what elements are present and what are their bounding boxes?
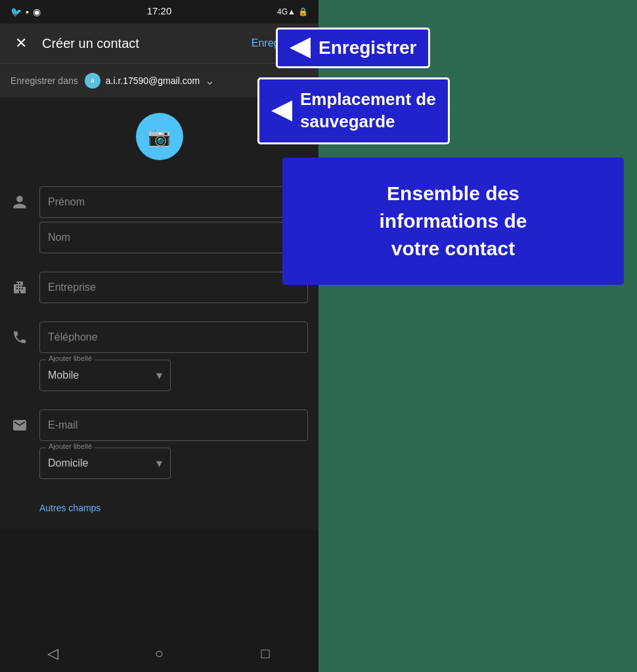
name-fields-group — [39, 186, 308, 253]
annotation-enregistrer-text: Enregistrer — [318, 37, 416, 58]
battery-icon: 🔒 — [298, 7, 308, 16]
phone-input[interactable] — [39, 322, 308, 353]
email-icon — [11, 417, 29, 433]
recents-button[interactable]: □ — [246, 640, 285, 667]
annotation-emplacement: Emplacement desauvegarde — [257, 77, 450, 144]
account-avatar: a — [85, 73, 100, 89]
phone-label-container: Ajouter libellé Mobile ▾ — [39, 360, 308, 391]
status-right: 4G▲ 🔒 — [277, 7, 308, 16]
email-section: Ajouter libellé Domicile ▾ — [0, 404, 318, 484]
account-email: a.i.r.17590@gmail.com — [106, 75, 200, 86]
app-title: Créer un contact — [42, 36, 236, 51]
phone-label-dropdown-label: Ajouter libellé — [46, 354, 95, 362]
annotation-enregistrer-arrow — [290, 37, 311, 58]
email-input[interactable] — [39, 410, 308, 441]
status-icons-left: 🐦 ▪ ◉ — [11, 7, 41, 17]
last-name-input[interactable] — [39, 222, 308, 253]
save-location-account[interactable]: a a.i.r.17590@gmail.com ⌄ — [85, 73, 215, 89]
avatar-letter: a — [91, 77, 95, 84]
email-label-container: Ajouter libellé Domicile ▾ — [39, 448, 308, 479]
company-fields-group — [39, 272, 308, 303]
first-name-input[interactable] — [39, 186, 308, 218]
back-button[interactable]: ◁ — [33, 640, 73, 667]
twitter-icon: 🐦 — [11, 7, 22, 17]
email-label-dropdown[interactable]: Domicile ▾ — [39, 448, 171, 479]
app-bar: ✕ Créer un contact Enregistrer — [0, 24, 318, 63]
nav-bar: ◁ ○ □ — [0, 635, 318, 672]
phone-dropdown-arrow-icon: ▾ — [156, 368, 162, 383]
media-icon: ▪ — [26, 7, 29, 17]
name-section — [0, 181, 318, 259]
email-fields-group: Ajouter libellé Domicile ▾ — [39, 410, 308, 479]
email-label-value: Domicile — [48, 457, 88, 469]
phone-section: Ajouter libellé Mobile ▾ — [0, 316, 318, 396]
add-photo-button[interactable]: 📷 — [136, 113, 183, 160]
camera-add-icon: 📷 — [148, 126, 171, 148]
form-content: Ajouter libellé Mobile ▾ Ajouter libel — [0, 176, 318, 529]
save-location-label: Enregistrer dans — [11, 75, 78, 86]
annotation-enregistrer: Enregistrer — [276, 28, 430, 68]
close-button[interactable]: ✕ — [11, 33, 32, 54]
chevron-down-icon: ⌄ — [205, 74, 215, 88]
status-time: 17:20 — [147, 5, 172, 16]
company-section — [0, 266, 318, 308]
annotation-emplacement-text: Emplacement desauvegarde — [300, 89, 436, 133]
person-icon — [11, 194, 29, 210]
signal-icon: 4G▲ — [277, 7, 296, 16]
home-button[interactable]: ○ — [139, 640, 179, 667]
phone-fields-group: Ajouter libellé Mobile ▾ — [39, 322, 308, 391]
radio-icon: ◉ — [33, 7, 41, 17]
other-fields-button[interactable]: Autres champs — [0, 492, 318, 524]
phone-label-value: Mobile — [48, 369, 79, 381]
company-input[interactable] — [39, 272, 308, 303]
email-label-dropdown-label: Ajouter libellé — [46, 442, 95, 450]
phone-icon — [11, 329, 29, 345]
annotation-emplacement-arrow — [271, 100, 292, 121]
annotation-ensemble-text: Ensemble desinformations devotre contact — [379, 180, 527, 262]
status-bar: 🐦 ▪ ◉ 17:20 4G▲ 🔒 — [0, 0, 318, 24]
company-icon — [11, 280, 29, 295]
annotation-ensemble: Ensemble desinformations devotre contact — [282, 158, 624, 285]
phone-label-dropdown[interactable]: Mobile ▾ — [39, 360, 171, 391]
email-dropdown-arrow-icon: ▾ — [156, 456, 162, 471]
